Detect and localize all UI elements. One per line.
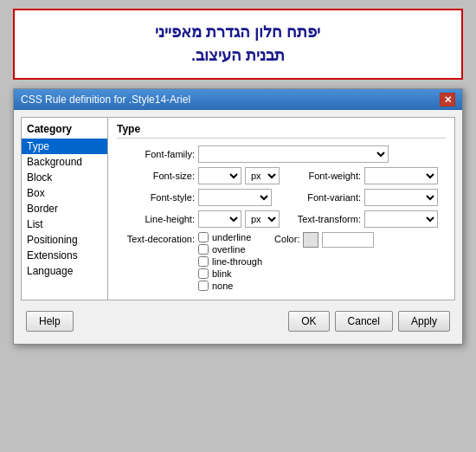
right-buttons: OK Cancel Apply [288, 311, 450, 332]
color-input[interactable] [322, 232, 374, 248]
font-style-select[interactable] [198, 189, 272, 206]
text-transform-label: Text-transform: [283, 214, 361, 224]
font-size-label: Font-size: [117, 171, 195, 181]
main-area: Category Type Background Block Box Borde… [21, 117, 455, 300]
help-button[interactable]: Help [26, 311, 74, 332]
overline-checkbox[interactable] [198, 244, 209, 255]
font-style-label: Font-style: [117, 192, 195, 203]
ok-button[interactable]: OK [288, 311, 329, 332]
annotation-text: יפתח חלון הגדרת מאפייני תבנית העיצוב. [32, 21, 444, 68]
font-weight-label: Font-weight: [283, 171, 361, 181]
sidebar-item-language[interactable]: Language [22, 263, 107, 279]
checkbox-none[interactable]: none [198, 281, 262, 291]
checkbox-line-through[interactable]: line-through [198, 256, 262, 267]
font-family-row: Font-family: [117, 145, 446, 163]
category-panel: Category Type Background Block Box Borde… [22, 118, 108, 300]
sidebar-item-type[interactable]: Type [22, 139, 107, 154]
dialog-content: Category Type Background Block Box Borde… [14, 110, 462, 344]
sidebar-item-block[interactable]: Block [22, 170, 107, 185]
font-variant-label: Font-variant: [283, 192, 361, 203]
font-family-label: Font-family: [117, 149, 195, 159]
font-variant-col: Font-variant: [283, 189, 446, 206]
color-row: Color: [274, 232, 374, 294]
dialog-title: CSS Rule definition for .Style14-Ariel [21, 94, 190, 106]
line-height-select[interactable] [198, 210, 241, 228]
css-rule-dialog: CSS Rule definition for .Style14-Ariel ✕… [13, 88, 463, 345]
line-height-transform-row: Line-height: px Text-transform: [117, 210, 446, 228]
sidebar-item-extensions[interactable]: Extensions [22, 248, 107, 263]
decoration-color-area: Text-decoration: underline overline [117, 232, 446, 294]
sidebar-item-positioning[interactable]: Positioning [22, 232, 107, 248]
font-family-select[interactable] [198, 145, 389, 163]
checkbox-blink[interactable]: blink [198, 268, 262, 279]
text-decoration-checkboxes: underline overline line-through [198, 232, 262, 291]
checkbox-overline[interactable]: overline [198, 244, 262, 255]
font-style-col: Font-style: [117, 189, 280, 206]
line-height-unit-select[interactable]: px [245, 210, 280, 228]
line-through-checkbox[interactable] [198, 256, 209, 267]
sidebar-item-background[interactable]: Background [22, 154, 107, 170]
dialog-buttons: Help OK Cancel Apply [21, 307, 455, 337]
sidebar-item-box[interactable]: Box [22, 185, 107, 201]
category-header: Category [22, 121, 107, 139]
title-bar: CSS Rule definition for .Style14-Ariel ✕ [14, 89, 462, 110]
close-button[interactable]: ✕ [440, 93, 455, 107]
apply-button[interactable]: Apply [398, 311, 450, 332]
color-label: Color: [274, 232, 299, 244]
sidebar-item-list[interactable]: List [22, 216, 107, 232]
cancel-button[interactable]: Cancel [335, 311, 393, 332]
type-panel-header: Type [117, 123, 446, 139]
color-swatch[interactable] [303, 232, 318, 248]
checkbox-underline[interactable]: underline [198, 232, 262, 242]
font-variant-select[interactable] [364, 189, 438, 206]
sidebar-item-border[interactable]: Border [22, 201, 107, 216]
line-height-label: Line-height: [117, 214, 195, 224]
annotation-box: יפתח חלון הגדרת מאפייני תבנית העיצוב. [13, 9, 463, 80]
font-size-select[interactable] [198, 167, 241, 184]
type-panel: Type Font-family: Font-size: px [108, 118, 454, 300]
font-size-col: Font-size: px [117, 167, 280, 184]
font-style-variant-row: Font-style: Font-variant: [117, 189, 446, 206]
underline-checkbox[interactable] [198, 232, 209, 242]
line-height-col: Line-height: px [117, 210, 280, 228]
font-size-weight-row: Font-size: px Font-weight: [117, 167, 446, 184]
blink-checkbox[interactable] [198, 268, 209, 279]
font-weight-col: Font-weight: [283, 167, 446, 184]
font-weight-select[interactable] [364, 167, 438, 184]
text-transform-col: Text-transform: [283, 210, 446, 228]
font-size-unit-select[interactable]: px [245, 167, 280, 184]
text-decoration-label: Text-decoration: [117, 232, 195, 244]
text-decoration-row: Text-decoration: underline overline [117, 232, 262, 291]
text-transform-select[interactable] [364, 210, 438, 228]
none-checkbox[interactable] [198, 281, 209, 291]
